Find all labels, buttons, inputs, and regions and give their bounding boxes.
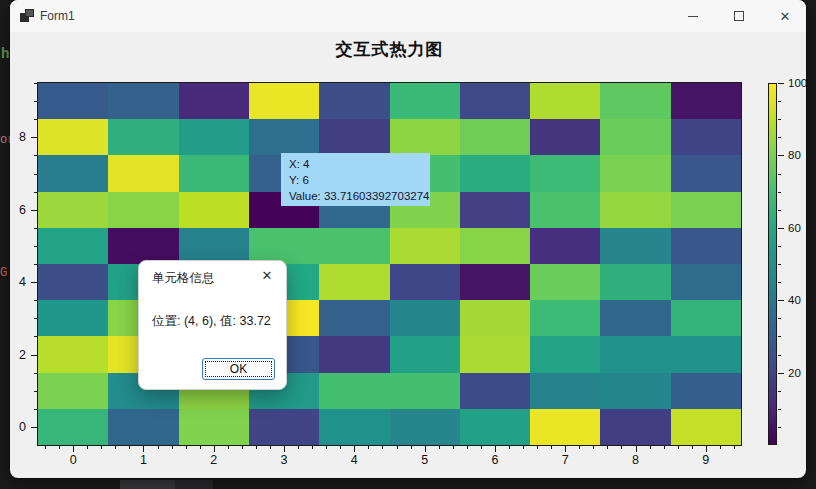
heatmap-cell[interactable]: [38, 155, 108, 192]
heatmap-cell[interactable]: [460, 83, 530, 119]
axis-tick: [706, 446, 707, 452]
heatmap-cell[interactable]: [460, 228, 530, 264]
heatmap-cell[interactable]: [38, 409, 108, 445]
heatmap-cell[interactable]: [249, 83, 319, 119]
axis-tick: [467, 446, 468, 449]
heatmap-cell[interactable]: [530, 228, 600, 264]
heatmap-cell[interactable]: [600, 300, 671, 336]
heatmap-cell[interactable]: [530, 83, 600, 119]
heatmap-cell[interactable]: [38, 336, 108, 373]
titlebar[interactable]: Form1 ✕: [10, 0, 806, 32]
heatmap-cell[interactable]: [671, 336, 741, 373]
heatmap-cell[interactable]: [600, 373, 671, 409]
heatmap-cell[interactable]: [390, 264, 460, 300]
heatmap-cell[interactable]: [38, 300, 108, 336]
heatmap-cell[interactable]: [38, 119, 108, 155]
heatmap-cell[interactable]: [249, 228, 319, 264]
heatmap-cell[interactable]: [530, 300, 600, 336]
axis-tick: [650, 446, 651, 449]
heatmap-cell[interactable]: [179, 155, 249, 192]
heatmap-cell[interactable]: [600, 264, 671, 300]
heatmap-cell[interactable]: [600, 409, 671, 445]
heatmap-cell[interactable]: [530, 373, 600, 409]
cell-info-dialog: 单元格信息 ✕ 位置: (4, 6), 值: 33.72 OK: [138, 260, 287, 390]
heatmap-cell[interactable]: [671, 119, 741, 155]
heatmap-cell[interactable]: [390, 409, 460, 445]
heatmap-cell[interactable]: [319, 119, 390, 155]
heatmap-cell[interactable]: [460, 336, 530, 373]
heatmap-cell[interactable]: [390, 300, 460, 336]
heatmap-cell[interactable]: [179, 228, 249, 264]
heatmap-cell[interactable]: [319, 409, 390, 445]
heatmap-cell[interactable]: [249, 119, 319, 155]
heatmap-cell[interactable]: [530, 264, 600, 300]
heatmap-cell[interactable]: [671, 373, 741, 409]
dialog-close-icon[interactable]: ✕: [258, 267, 276, 285]
heatmap-cell[interactable]: [600, 155, 671, 192]
heatmap-cell[interactable]: [38, 83, 108, 119]
heatmap-cell[interactable]: [530, 119, 600, 155]
minimize-button[interactable]: [670, 0, 716, 32]
heatmap-cell[interactable]: [530, 155, 600, 192]
heatmap-cell[interactable]: [600, 192, 671, 228]
heatmap-cell[interactable]: [460, 155, 530, 192]
heatmap-cell[interactable]: [108, 83, 179, 119]
heatmap-cell[interactable]: [108, 119, 179, 155]
heatmap-cell[interactable]: [600, 119, 671, 155]
heatmap-cell[interactable]: [600, 336, 671, 373]
heatmap-cell[interactable]: [530, 192, 600, 228]
heatmap-cell[interactable]: [319, 336, 390, 373]
heatmap-cell[interactable]: [460, 373, 530, 409]
heatmap-cell[interactable]: [179, 119, 249, 155]
heatmap-cell[interactable]: [460, 192, 530, 228]
heatmap-cell[interactable]: [108, 155, 179, 192]
heatmap-cell[interactable]: [671, 228, 741, 264]
heatmap-cell[interactable]: [460, 119, 530, 155]
colorbar-tick-label: 20: [788, 367, 801, 379]
heatmap-cell[interactable]: [38, 228, 108, 264]
heatmap-cell[interactable]: [38, 192, 108, 228]
x-tick-label: 3: [281, 453, 288, 467]
axis-tick: [31, 427, 37, 428]
heatmap-cell[interactable]: [671, 264, 741, 300]
heatmap-cell[interactable]: [600, 228, 671, 264]
heatmap-cell[interactable]: [671, 300, 741, 336]
heatmap-cell[interactable]: [249, 409, 319, 445]
background-code-fragment: G: [0, 266, 7, 280]
heatmap-cell[interactable]: [460, 300, 530, 336]
heatmap-cell[interactable]: [390, 336, 460, 373]
close-button[interactable]: ✕: [762, 0, 806, 32]
heatmap-cell[interactable]: [319, 373, 390, 409]
heatmap-cell[interactable]: [108, 228, 179, 264]
tooltip-value-line: Value: 33.71603392703274: [289, 188, 430, 204]
axis-tick: [720, 446, 721, 449]
heatmap-cell[interactable]: [390, 228, 460, 264]
heatmap-cell[interactable]: [671, 192, 741, 228]
heatmap-cell[interactable]: [108, 409, 179, 445]
heatmap-cell[interactable]: [319, 228, 390, 264]
heatmap-cell[interactable]: [179, 83, 249, 119]
maximize-button[interactable]: [716, 0, 762, 32]
heatmap-cell[interactable]: [390, 119, 460, 155]
heatmap-cell[interactable]: [460, 409, 530, 445]
axis-tick: [607, 446, 608, 449]
heatmap-cell[interactable]: [179, 409, 249, 445]
ok-button[interactable]: OK: [202, 358, 275, 380]
heatmap-cell[interactable]: [38, 373, 108, 409]
heatmap-cell[interactable]: [390, 83, 460, 119]
heatmap-cell[interactable]: [530, 409, 600, 445]
heatmap-cell[interactable]: [319, 83, 390, 119]
heatmap-cell[interactable]: [460, 264, 530, 300]
heatmap-cell[interactable]: [390, 373, 460, 409]
axis-tick: [34, 228, 37, 229]
heatmap-cell[interactable]: [671, 83, 741, 119]
heatmap-cell[interactable]: [530, 336, 600, 373]
heatmap-cell[interactable]: [38, 264, 108, 300]
heatmap-cell[interactable]: [319, 300, 390, 336]
heatmap-cell[interactable]: [600, 83, 671, 119]
heatmap-cell[interactable]: [108, 192, 179, 228]
heatmap-cell[interactable]: [671, 155, 741, 192]
heatmap-cell[interactable]: [319, 264, 390, 300]
heatmap-cell[interactable]: [671, 409, 741, 445]
heatmap-cell[interactable]: [179, 192, 249, 228]
